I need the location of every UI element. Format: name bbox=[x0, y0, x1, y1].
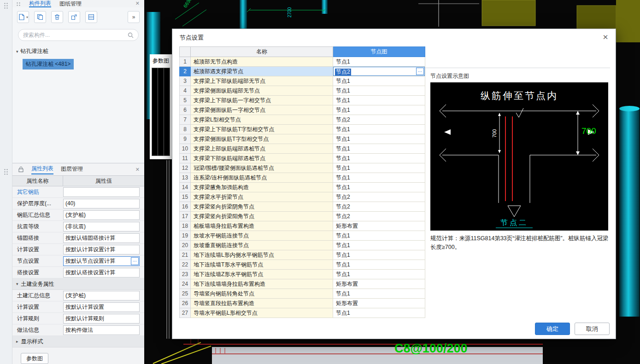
row-number[interactable]: 1 bbox=[180, 57, 191, 67]
property-value-field[interactable]: 按默认锚固搭接计算 bbox=[63, 233, 140, 243]
row-number[interactable]: 15 bbox=[180, 192, 191, 202]
node-value-cell[interactable]: 节点1 bbox=[333, 57, 425, 67]
param-diagram-button[interactable]: 参数图 bbox=[21, 353, 48, 364]
property-value-field[interactable]: 按构件做法 bbox=[63, 325, 140, 335]
node-table-row[interactable]: 22 地下连续墙T形水平钢筋节点 节点1 bbox=[180, 260, 425, 270]
property-group-row[interactable]: ▸ 显示样式 bbox=[12, 336, 144, 347]
row-number[interactable]: 10 bbox=[180, 144, 191, 154]
node-name-cell[interactable]: 支撑梁侧面纵筋T字型相交节点 bbox=[191, 134, 333, 144]
node-table-row[interactable]: 27 导墙水平钢筋L形相交节点 节点1 bbox=[180, 308, 425, 318]
node-table-row[interactable]: 7 支撑梁L型相交节点 节点2 bbox=[180, 115, 425, 125]
lock-icon[interactable] bbox=[18, 166, 24, 173]
node-value-editor[interactable]: 节点2 bbox=[335, 69, 351, 75]
tab-drawing-management[interactable]: 图纸管理 bbox=[59, 0, 82, 7]
row-number[interactable]: 18 bbox=[180, 221, 191, 231]
tree-group-row[interactable]: ▾ 钻孔灌注桩 bbox=[12, 47, 144, 55]
node-name-cell[interactable]: 支撑梁上下部纵筋一字相交节点 bbox=[191, 96, 333, 105]
delete-button[interactable] bbox=[51, 11, 63, 23]
node-value-cell[interactable]: 矩形布置 bbox=[333, 279, 425, 289]
property-row[interactable]: 计算设置 按默认计算设置 bbox=[12, 301, 144, 313]
property-row[interactable]: 保护层厚度(... (40) bbox=[12, 198, 144, 209]
row-number[interactable]: 13 bbox=[180, 173, 191, 183]
node-name-cell[interactable]: 支撑梁上部纵筋端部遇桩节点 bbox=[191, 144, 333, 154]
node-value-cell[interactable]: 节点1 bbox=[333, 183, 425, 192]
node-name-cell[interactable]: 导墙竖直段拉筋布置构造 bbox=[191, 299, 333, 308]
row-number[interactable]: 20 bbox=[180, 241, 191, 250]
row-number[interactable]: 16 bbox=[180, 202, 191, 212]
node-value-cell[interactable]: 节点2 bbox=[333, 115, 425, 125]
row-number[interactable]: 26 bbox=[180, 299, 191, 308]
node-table-row[interactable]: 18 桩板墙墙身拉筋布置构造 矩形布置 bbox=[180, 221, 425, 231]
node-name-cell[interactable]: 放坡垂直钢筋连接节点 bbox=[191, 241, 333, 250]
row-number[interactable]: 25 bbox=[180, 289, 191, 299]
ok-button[interactable]: 确定 bbox=[535, 323, 570, 335]
node-value-cell[interactable]: 节点1 bbox=[333, 76, 425, 86]
property-row[interactable]: 计算设置 按默认计算设置计算 bbox=[12, 244, 144, 255]
drag-grip-icon[interactable] bbox=[4, 168, 8, 175]
property-row[interactable]: 计算规则 按默认计算规则 bbox=[12, 313, 144, 324]
row-number[interactable]: 9 bbox=[180, 134, 191, 144]
node-name-cell[interactable]: 桩顶部遇支撑梁节点 bbox=[191, 67, 333, 76]
property-value-field[interactable]: (支护桩) bbox=[63, 291, 140, 300]
dialog-close-icon[interactable]: ✕ bbox=[601, 33, 610, 42]
node-name-cell[interactable]: 地下连续墙T形水平钢筋节点 bbox=[191, 260, 333, 270]
node-value-cell[interactable]: 节点1 bbox=[333, 231, 425, 241]
node-table-row[interactable]: 25 导墙竖向钢筋转角处节点 节点1 bbox=[180, 289, 425, 299]
node-table-row[interactable]: 5 支撑梁上下部纵筋一字相交节点 节点1 bbox=[180, 96, 425, 105]
property-value-field[interactable]: 按默认节点设置计算⋯ bbox=[63, 256, 140, 266]
property-row[interactable]: 抗震等级 (非抗震) bbox=[12, 221, 144, 232]
property-value-field[interactable]: (支护桩) bbox=[63, 210, 140, 220]
node-value-cell[interactable]: 节点2⋯ bbox=[333, 67, 425, 76]
property-group-row[interactable]: ▾ 土建业务属性 bbox=[12, 278, 144, 290]
node-value-cell[interactable]: 节点1 bbox=[333, 125, 425, 134]
property-value-field[interactable]: 按默认搭接设置计算 bbox=[63, 268, 140, 277]
node-table-row[interactable]: 20 放坡垂直钢筋连接节点 节点1 bbox=[180, 241, 425, 250]
node-value-cell[interactable]: 节点1 bbox=[333, 241, 425, 250]
node-value-cell[interactable]: 节点1 bbox=[333, 308, 425, 318]
more-tools-button[interactable]: » bbox=[128, 11, 140, 23]
row-number[interactable]: 17 bbox=[180, 212, 191, 221]
node-table-row[interactable]: 19 放坡水平钢筋连接节点 节点1 bbox=[180, 231, 425, 241]
tab-layer-management[interactable]: 图层管理 bbox=[61, 165, 83, 174]
row-number[interactable]: 19 bbox=[180, 231, 191, 241]
node-value-cell[interactable]: 节点1 bbox=[333, 105, 425, 115]
row-number[interactable]: 23 bbox=[180, 270, 191, 279]
node-name-cell[interactable]: 支撑梁下部纵筋端部遇桩节点 bbox=[191, 154, 333, 163]
node-table-row[interactable]: 23 地下连续墙Z形水平钢筋节点 节点1 bbox=[180, 270, 425, 279]
node-table-row[interactable]: 4 支撑梁侧面纵筋端部无节点 节点1 bbox=[180, 86, 425, 96]
tab-property-list[interactable]: 属性列表 bbox=[31, 165, 53, 174]
tree-item-selected[interactable]: 钻孔灌注桩 <481> bbox=[23, 59, 74, 69]
node-value-cell[interactable]: 节点2 bbox=[333, 192, 425, 202]
property-row[interactable]: 搭接设置 按默认搭接设置计算 bbox=[12, 267, 144, 278]
property-row[interactable]: 土建汇总信息 (支护桩) bbox=[12, 290, 144, 301]
node-table-row[interactable]: 2 桩顶部遇支撑梁节点 节点2⋯ bbox=[180, 67, 425, 76]
node-value-cell[interactable]: 节点1 bbox=[333, 144, 425, 154]
property-value-field[interactable]: 按默认计算设置计算 bbox=[63, 245, 140, 254]
param-diagram-thumbnail[interactable] bbox=[152, 68, 170, 156]
node-name-cell[interactable]: 导墙竖向钢筋转角处节点 bbox=[191, 289, 333, 299]
node-table-row[interactable]: 15 支撑梁水平折梁节点 节点2 bbox=[180, 192, 425, 202]
new-component-button[interactable]: ▾ bbox=[17, 11, 29, 23]
node-name-cell[interactable]: 支撑梁水平折梁节点 bbox=[191, 192, 333, 202]
node-value-cell[interactable]: 节点1 bbox=[333, 163, 425, 173]
panel-close-icon[interactable]: ✕ bbox=[135, 0, 140, 6]
node-name-cell[interactable]: 支撑梁竖向折梁阴角节点 bbox=[191, 202, 333, 212]
cancel-button[interactable]: 取消 bbox=[575, 323, 610, 335]
drag-grip-icon[interactable] bbox=[4, 2, 8, 9]
node-value-cell[interactable]: 节点1 bbox=[333, 134, 425, 144]
node-name-cell[interactable]: 地下连续墙L形内侧水平钢筋节点 bbox=[191, 250, 333, 260]
property-row[interactable]: 做法信息 按构件做法 bbox=[12, 324, 144, 336]
node-name-cell[interactable]: 连系梁/连杆侧面纵筋遇桩节点 bbox=[191, 173, 333, 183]
node-name-cell[interactable]: 地下连续墙Z形水平钢筋节点 bbox=[191, 270, 333, 279]
property-row[interactable]: 其它钢筋 bbox=[12, 186, 144, 198]
node-name-cell[interactable]: 支撑梁侧面纵筋端部无节点 bbox=[191, 86, 333, 96]
row-number[interactable]: 21 bbox=[180, 250, 191, 260]
node-name-cell[interactable]: 放坡水平钢筋连接节点 bbox=[191, 231, 333, 241]
node-table-row[interactable]: 10 支撑梁上部纵筋端部遇桩节点 节点1 bbox=[180, 144, 425, 154]
copy-layer-button[interactable] bbox=[68, 11, 80, 23]
property-value-field[interactable]: (40) bbox=[63, 199, 140, 208]
node-name-cell[interactable]: 支撑梁上下部纵筋T字型相交节点 bbox=[191, 125, 333, 134]
row-number[interactable]: 4 bbox=[180, 86, 191, 96]
property-value-field[interactable]: 按默认计算规则 bbox=[63, 314, 140, 324]
node-name-cell[interactable]: 支撑梁上下部纵筋端部无节点 bbox=[191, 76, 333, 86]
